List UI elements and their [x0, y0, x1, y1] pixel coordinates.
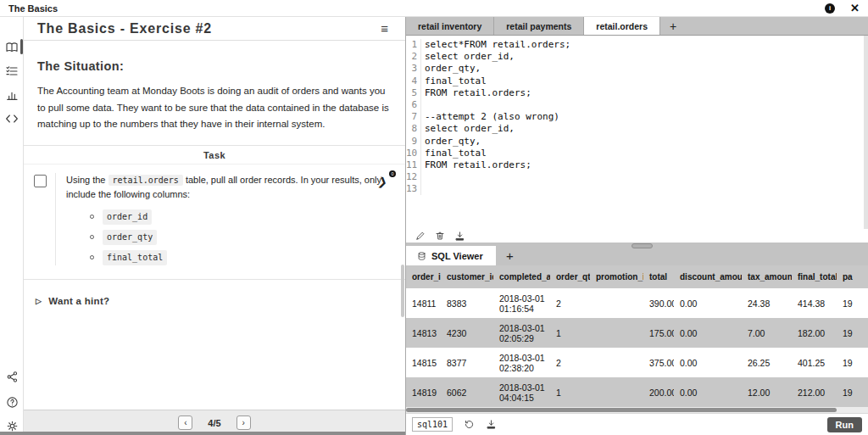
task-text-before: Using the — [66, 175, 105, 185]
new-tab-button[interactable]: + — [660, 17, 686, 35]
line-number: 1 — [406, 39, 421, 51]
scrollbar-thumb[interactable] — [406, 408, 837, 412]
cell: 19 — [837, 288, 868, 318]
column-header: final_total — [792, 265, 837, 288]
table-header-row: order_id customer_id completed_at order_… — [406, 265, 868, 288]
situation-heading: The Situation: — [37, 59, 392, 73]
pencil-icon[interactable] — [415, 231, 426, 241]
results-table: order_id customer_id completed_at order_… — [406, 265, 868, 407]
bullet-icon — [90, 235, 94, 239]
cell: 390.00 — [643, 288, 674, 318]
column-header: promotion_id — [590, 265, 643, 288]
results-tab-label: SQL Viewer — [431, 251, 483, 261]
sidebar-item-activities[interactable] — [0, 61, 24, 81]
history-icon[interactable] — [464, 419, 475, 430]
active-indicator — [20, 39, 23, 54]
chart-icon — [5, 88, 19, 102]
lesson-scrollbar[interactable] — [401, 265, 404, 317]
prev-page-button[interactable]: ‹ — [178, 415, 192, 430]
cell: 8383 — [441, 288, 493, 318]
cell: 401.25 — [792, 348, 837, 377]
cell: 6062 — [441, 377, 493, 407]
task-column-chip: order_id — [103, 209, 152, 225]
database-selector[interactable]: sql101 — [412, 417, 453, 432]
cell — [590, 348, 643, 377]
table-horizontal-scrollbar — [406, 407, 868, 413]
window-title: The Basics — [8, 3, 58, 14]
line-number: 9 — [406, 136, 421, 148]
sidebar-item-share[interactable] — [0, 366, 24, 387]
table-row: 1481583772018-03-01 02:38:202375.000.002… — [406, 348, 868, 377]
line-number: 7 — [406, 111, 421, 123]
next-page-button[interactable]: › — [236, 415, 251, 430]
lesson-body: The Situation: The Accounting team at Mo… — [24, 41, 405, 410]
tab-retail-payments[interactable]: retail payments — [494, 17, 584, 35]
cell: 200.00 — [643, 377, 674, 407]
run-button[interactable]: Run — [827, 417, 862, 432]
table-row: 1481342302018-03-01 02:05:291175.000.007… — [406, 318, 868, 348]
cell: 0.00 — [674, 288, 742, 318]
cell: 2 — [550, 348, 590, 377]
column-header: total — [643, 265, 674, 288]
cell: 212.00 — [792, 377, 837, 407]
cell — [590, 377, 643, 407]
download-icon[interactable] — [454, 231, 465, 242]
sidebar-item-progress[interactable] — [0, 85, 24, 105]
line-number: 11 — [406, 159, 421, 171]
task-item: Using the retail.orders table, pull all … — [24, 164, 405, 280]
code-line: final_total — [421, 148, 487, 159]
cell: 24.38 — [742, 288, 792, 318]
line-number: 5 — [406, 87, 421, 99]
list-item: order_qty — [90, 230, 383, 245]
help-icon — [6, 396, 19, 409]
cell: 375.00 — [643, 348, 674, 377]
cell: 12.00 — [742, 377, 792, 407]
line-number: 8 — [406, 123, 421, 135]
code-line: FROM retail.orders; — [421, 159, 531, 171]
download-icon[interactable] — [486, 419, 497, 430]
table-row: 1481183832018-03-01 01:16:542390.000.002… — [406, 288, 868, 318]
info-icon[interactable]: i — [825, 3, 835, 14]
tab-sql-viewer[interactable]: SQL Viewer — [406, 246, 496, 265]
task-column-chip: final_total — [103, 250, 167, 265]
tab-retail-orders[interactable]: retail.orders — [584, 17, 660, 35]
line-number: 10 — [406, 148, 421, 159]
code-icon — [5, 112, 19, 125]
column-header: completed_at — [493, 265, 550, 288]
column-header: pa — [837, 265, 868, 288]
sidebar-item-help[interactable] — [0, 392, 24, 412]
cell: 1 — [550, 377, 590, 407]
code-line: order_qty, — [421, 136, 481, 148]
task-checkbox[interactable] — [34, 175, 47, 187]
editor-scrollbar[interactable] — [864, 36, 868, 229]
editor-tabbar: retail inventory retail payments retail.… — [406, 17, 868, 36]
column-header: order_id — [406, 265, 441, 288]
cell: 19 — [837, 348, 868, 377]
run-bar: sql101 Run — [406, 413, 868, 435]
cell: 1 — [550, 318, 590, 348]
sidebar-rail — [0, 17, 24, 435]
new-results-tab-button[interactable]: + — [496, 246, 524, 265]
cell: 2018-03-01 02:05:29 — [493, 318, 550, 348]
code-editor[interactable]: 1select*FROM retail.orders; 2select orde… — [406, 36, 868, 229]
trash-icon[interactable] — [435, 231, 445, 241]
splitter-drag-handle[interactable] — [632, 243, 653, 248]
task-column-chip: order_qty — [103, 230, 157, 245]
results-tabbar: SQL Viewer + — [406, 243, 868, 265]
sidebar-item-code[interactable] — [0, 109, 24, 129]
column-header: order_qty — [550, 265, 590, 288]
tab-retail-inventory[interactable]: retail inventory — [406, 17, 494, 35]
code-line: FROM retail.orders; — [421, 87, 531, 99]
code-line — [421, 183, 425, 195]
hint-toggle[interactable]: ▷ Want a hint? — [36, 296, 393, 306]
hint-label: Want a hint? — [48, 296, 109, 306]
close-icon[interactable]: ✕ — [850, 3, 860, 14]
cell: 26.25 — [742, 348, 792, 377]
task-section: Task Using the retail.orders table, pull… — [24, 145, 405, 280]
menu-icon[interactable]: ≡ — [381, 21, 388, 36]
column-header: customer_id — [441, 265, 493, 288]
task-check-button[interactable]: ❯ 0 — [378, 171, 395, 188]
check-count-badge: 0 — [389, 170, 396, 177]
column-header: discount_amount — [674, 265, 742, 288]
code-line: select*FROM retail.orders; — [421, 39, 570, 51]
